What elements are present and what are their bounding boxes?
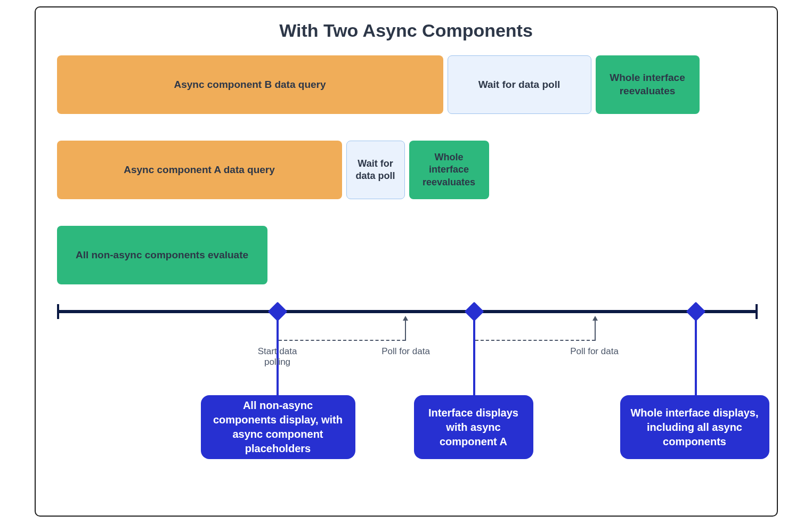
connector-2 bbox=[473, 316, 475, 396]
bar-b-query: Async component B data query bbox=[57, 55, 443, 114]
bar-b-reeval: Whole interface reevaluates bbox=[596, 55, 700, 114]
diagram-frame: With Two Async Components Async componen… bbox=[35, 6, 778, 517]
arrow-up-icon-1 bbox=[403, 316, 408, 321]
callout-1: All non-async components display, with a… bbox=[201, 395, 355, 459]
label-poll-1: Poll for data bbox=[377, 346, 435, 357]
label-poll-2: Poll for data bbox=[565, 346, 624, 357]
timeline-axis bbox=[57, 310, 756, 313]
bar-a-query: Async component A data query bbox=[57, 141, 342, 199]
arrow-up-icon-2 bbox=[592, 316, 598, 321]
diagram-title: With Two Async Components bbox=[36, 20, 777, 41]
arrow-stem-2 bbox=[595, 320, 596, 341]
timeline-cap-right bbox=[756, 304, 758, 319]
bar-a-reeval: Whole interface reevaluates bbox=[409, 141, 489, 199]
arrow-stem-1 bbox=[405, 320, 406, 341]
connector-3 bbox=[695, 316, 697, 396]
bar-nonasync: All non-async components evaluate bbox=[57, 226, 267, 284]
bar-a-wait: Wait for data poll bbox=[346, 141, 405, 199]
dashed-poll-2 bbox=[475, 340, 595, 341]
callout-3: Whole interface displays, including all … bbox=[620, 395, 769, 459]
timeline-cap-left bbox=[57, 304, 59, 319]
callout-2: Interface displays with async component … bbox=[414, 395, 533, 459]
bar-b-wait: Wait for data poll bbox=[448, 55, 591, 114]
label-start-polling: Start data polling bbox=[249, 346, 306, 368]
dashed-poll-1 bbox=[279, 340, 405, 341]
